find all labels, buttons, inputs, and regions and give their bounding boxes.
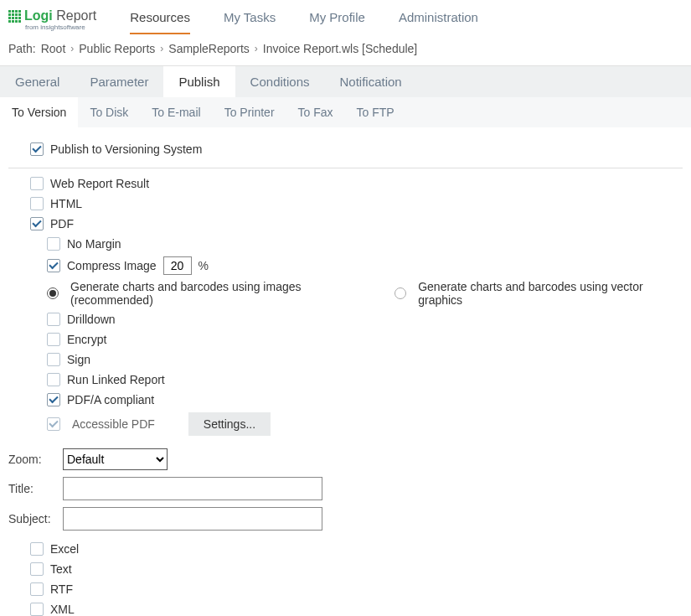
- subtab-to-fax[interactable]: To Fax: [286, 97, 345, 127]
- html-label: HTML: [50, 197, 82, 210]
- gen-vector-label: Generate charts and barcodes using vecto…: [418, 280, 683, 307]
- main-nav: ResourcesMy TasksMy ProfileAdministratio…: [130, 5, 478, 35]
- subtab-to-ftp[interactable]: To FTP: [345, 97, 406, 127]
- drilldown-checkbox[interactable]: [47, 313, 60, 326]
- pdfa-checkbox[interactable]: [47, 393, 60, 406]
- logo-brand: Logi Report: [24, 9, 96, 23]
- subject-input[interactable]: [63, 507, 322, 531]
- breadcrumb-item[interactable]: Root: [41, 42, 66, 55]
- excel-label: Excel: [50, 542, 79, 556]
- subtab-to-e-mail[interactable]: To E-mail: [140, 97, 212, 127]
- gen-images-radio[interactable]: [47, 287, 59, 299]
- compress-image-checkbox[interactable]: [47, 259, 60, 272]
- sign-label: Sign: [67, 353, 90, 366]
- breadcrumb: Path: Root›Public Reports›SampleReports›…: [0, 35, 691, 65]
- breadcrumb-item: Invoice Report.wls [Schedule]: [263, 42, 417, 55]
- xml-checkbox[interactable]: [30, 603, 44, 616]
- breadcrumb-prefix: Path:: [8, 42, 36, 55]
- encrypt-checkbox[interactable]: [47, 333, 60, 346]
- logo-subtitle: from insightsoftware: [8, 24, 96, 31]
- nav-item-administration[interactable]: Administration: [399, 5, 478, 33]
- subject-label: Subject:: [8, 512, 54, 525]
- settings-button[interactable]: Settings...: [188, 412, 271, 436]
- nav-item-resources[interactable]: Resources: [130, 5, 190, 34]
- tabs-sub: To VersionTo DiskTo E-mailTo PrinterTo F…: [0, 97, 691, 127]
- tab-publish[interactable]: Publish: [163, 66, 235, 97]
- pdf-checkbox[interactable]: [30, 217, 44, 230]
- web-report-result-label: Web Report Result: [50, 177, 149, 190]
- pdf-label: PDF: [50, 217, 74, 230]
- sign-checkbox[interactable]: [47, 353, 60, 366]
- tab-parameter[interactable]: Parameter: [75, 66, 163, 97]
- gen-images-label: Generate charts and barcodes using image…: [70, 280, 378, 307]
- html-checkbox[interactable]: [30, 197, 44, 210]
- compress-image-label: Compress Image: [67, 259, 157, 272]
- publish-versioning-label: Publish to Versioning System: [50, 142, 202, 156]
- tab-notification[interactable]: Notification: [325, 66, 417, 97]
- no-margin-label: No Margin: [67, 237, 121, 251]
- publish-versioning-checkbox[interactable]: [30, 142, 44, 156]
- excel-checkbox[interactable]: [30, 542, 44, 556]
- drilldown-label: Drilldown: [67, 313, 116, 326]
- logo-dots-icon: [8, 10, 21, 23]
- zoom-select[interactable]: Default: [63, 448, 168, 470]
- no-margin-checkbox[interactable]: [47, 237, 60, 251]
- encrypt-label: Encrypt: [67, 333, 106, 346]
- logo: Logi Report from insightsoftware: [8, 9, 96, 31]
- run-linked-label: Run Linked Report: [67, 373, 165, 386]
- title-input[interactable]: [63, 477, 322, 500]
- gen-vector-radio[interactable]: [394, 287, 406, 299]
- rtf-checkbox[interactable]: [30, 582, 44, 596]
- accessible-pdf-checkbox[interactable]: [47, 417, 60, 431]
- xml-label: XML: [50, 603, 75, 616]
- nav-item-my-tasks[interactable]: My Tasks: [224, 5, 276, 33]
- pdfa-label: PDF/A compliant: [67, 393, 154, 406]
- chevron-right-icon: ›: [255, 43, 258, 54]
- compress-image-suffix: %: [199, 259, 209, 272]
- chevron-right-icon: ›: [70, 43, 74, 54]
- chevron-right-icon: ›: [160, 43, 163, 54]
- accessible-pdf-label: Accessible PDF: [72, 417, 155, 431]
- nav-item-my-profile[interactable]: My Profile: [309, 5, 365, 33]
- breadcrumb-item[interactable]: SampleReports: [168, 42, 250, 55]
- text-label: Text: [50, 562, 72, 576]
- tab-general[interactable]: General: [0, 66, 75, 97]
- web-report-result-checkbox[interactable]: [30, 177, 44, 190]
- zoom-label: Zoom:: [8, 453, 54, 466]
- subtab-to-disk[interactable]: To Disk: [78, 97, 140, 127]
- rtf-label: RTF: [50, 582, 73, 596]
- title-label: Title:: [8, 482, 54, 495]
- tabs-main: GeneralParameterPublishConditionsNotific…: [0, 65, 691, 97]
- subtab-to-printer[interactable]: To Printer: [213, 97, 286, 127]
- breadcrumb-item[interactable]: Public Reports: [79, 42, 155, 55]
- run-linked-checkbox[interactable]: [47, 373, 60, 386]
- compress-image-input[interactable]: [163, 256, 192, 275]
- text-checkbox[interactable]: [30, 562, 44, 576]
- tab-conditions[interactable]: Conditions: [235, 66, 325, 97]
- subtab-to-version[interactable]: To Version: [0, 97, 78, 127]
